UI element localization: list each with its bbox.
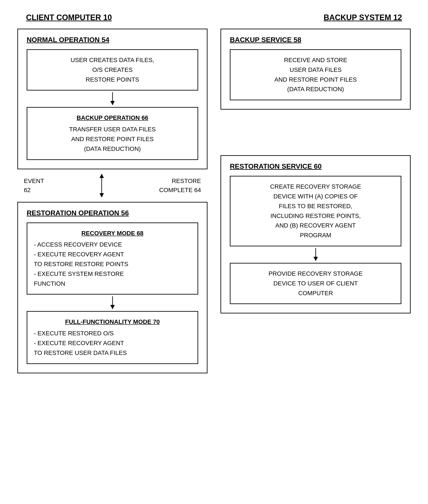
backup-operation-box: BACKUP OPERATION 66 TRANSFER USER DATA F… xyxy=(27,107,198,160)
normal-operation-title: NORMAL OPERATION 54 xyxy=(27,36,198,44)
normal-operation-inner-box: USER CREATES DATA FILES, O/S CREATES RES… xyxy=(27,49,198,91)
restore-complete-label: RESTORE COMPLETE 64 xyxy=(159,177,201,195)
backup-service-title: BACKUP SERVICE 58 xyxy=(230,36,401,44)
svg-marker-1 xyxy=(110,101,115,105)
normal-operation-frame: NORMAL OPERATION 54 USER CREATES DATA FI… xyxy=(17,29,207,169)
bidirectional-arrow xyxy=(97,174,106,197)
main-content: NORMAL OPERATION 54 USER CREATES DATA FI… xyxy=(17,29,411,373)
restoration-operation-frame: RESTORATION OPERATION 56 RECOVERY MODE 6… xyxy=(17,202,207,373)
arrow-down-svg-3 xyxy=(311,248,320,261)
left-header: CLIENT COMPUTER 10 xyxy=(26,13,112,22)
event-label: EVENT 62 xyxy=(24,177,44,195)
svg-marker-2 xyxy=(99,174,104,178)
backup-service-inner-box: RECEIVE AND STORE USER DATA FILES AND RE… xyxy=(230,49,401,100)
left-column: NORMAL OPERATION 54 USER CREATES DATA FI… xyxy=(17,29,207,373)
restoration-service-frame: RESTORATION SERVICE 60 CREATE RECOVERY S… xyxy=(221,155,411,313)
normal-operation-text: USER CREATES DATA FILES, O/S CREATES RES… xyxy=(71,57,154,83)
backup-service-text: RECEIVE AND STORE USER DATA FILES AND RE… xyxy=(274,57,357,93)
up-arrow-svg xyxy=(97,174,106,186)
recovery-mode-title: RECOVERY MODE 68 xyxy=(34,229,191,238)
provide-recovery-text: PROVIDE RECOVERY STORAGE DEVICE TO USER … xyxy=(268,270,362,297)
arrow-down-1 xyxy=(27,92,198,105)
page-container: CLIENT COMPUTER 10 BACKUP SYSTEM 12 NORM… xyxy=(17,13,411,373)
create-recovery-text: CREATE RECOVERY STORAGE DEVICE WITH (A) … xyxy=(270,183,361,239)
arrow-down-2 xyxy=(27,296,198,309)
full-functionality-title: FULL-FUNCTIONALITY MODE 70 xyxy=(34,317,191,327)
full-functionality-box: FULL-FUNCTIONALITY MODE 70 - EXECUTE RES… xyxy=(27,311,198,364)
provide-recovery-box: PROVIDE RECOVERY STORAGE DEVICE TO USER … xyxy=(230,263,401,304)
backup-operation-text: TRANSFER USER DATA FILES AND RESTORE POI… xyxy=(34,125,191,154)
top-headers: CLIENT COMPUTER 10 BACKUP SYSTEM 12 xyxy=(17,13,411,22)
recovery-mode-text: - ACCESS RECOVERY DEVICE - EXECUTE RECOV… xyxy=(34,240,191,289)
right-spacer xyxy=(221,110,411,155)
recovery-mode-box: RECOVERY MODE 68 - ACCESS RECOVERY DEVIC… xyxy=(27,222,198,295)
arrow-down-svg-2 xyxy=(108,296,117,309)
event-restore-row: EVENT 62 RESTORE COMPLETE 64 xyxy=(17,169,207,202)
backup-service-frame: BACKUP SERVICE 58 RECEIVE AND STORE USER… xyxy=(221,29,411,110)
right-column: BACKUP SERVICE 58 RECEIVE AND STORE USER… xyxy=(221,29,411,313)
create-recovery-box: CREATE RECOVERY STORAGE DEVICE WITH (A) … xyxy=(230,176,401,246)
arrow-down-svg-1 xyxy=(108,92,117,105)
restoration-operation-title: RESTORATION OPERATION 56 xyxy=(27,209,198,217)
svg-marker-9 xyxy=(313,257,318,261)
right-header: BACKUP SYSTEM 12 xyxy=(324,13,402,22)
svg-marker-5 xyxy=(99,193,104,197)
backup-operation-title: BACKUP OPERATION 66 xyxy=(34,113,191,123)
svg-marker-7 xyxy=(110,305,115,309)
restoration-service-title: RESTORATION SERVICE 60 xyxy=(230,162,401,170)
down-arrow-svg xyxy=(97,186,106,197)
full-functionality-text: - EXECUTE RESTORED O/S - EXECUTE RECOVER… xyxy=(34,329,191,358)
arrow-down-3 xyxy=(230,248,401,261)
